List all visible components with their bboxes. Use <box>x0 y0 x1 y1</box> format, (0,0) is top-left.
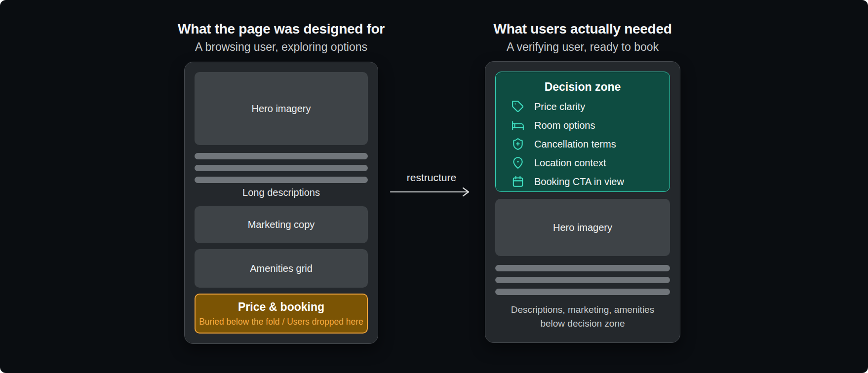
hero-imagery-block: Hero imagery <box>495 199 670 256</box>
skeleton-bar <box>495 265 670 271</box>
price-booking-block: Price & booking Buried below the fold / … <box>195 294 368 334</box>
right-title: What users actually needed <box>470 21 695 37</box>
left-title: What the page was designed for <box>169 21 393 37</box>
skeleton-bar <box>195 165 368 171</box>
decision-item-room-options: Room options <box>512 119 662 132</box>
price-booking-subtitle: Buried below the fold / Users dropped he… <box>199 317 363 327</box>
long-descriptions-label: Long descriptions <box>195 187 368 198</box>
marketing-copy-label: Marketing copy <box>248 219 315 230</box>
right-subtitle: A verifying user, ready to book <box>470 40 695 54</box>
right-arrow-icon <box>390 186 473 198</box>
hero-imagery-label: Hero imagery <box>251 103 311 114</box>
skeleton-bar <box>495 277 670 283</box>
decision-item-label: Cancellation terms <box>534 139 616 150</box>
caption-line: Descriptions, marketing, amenities <box>495 303 670 317</box>
location-pin-icon <box>512 156 524 169</box>
shield-plus-icon <box>512 138 524 150</box>
decision-item-label: Price clarity <box>534 101 585 112</box>
restructure-label: restructure <box>407 172 456 183</box>
amenities-grid-block: Amenities grid <box>195 249 368 288</box>
right-wireframe-card: Decision zone Price clarity <box>485 61 680 343</box>
caption-line: below decision zone <box>495 317 670 331</box>
decision-item-label: Room options <box>534 120 595 131</box>
text-skeleton-group <box>495 265 670 295</box>
bed-icon <box>512 119 524 132</box>
hero-imagery-label: Hero imagery <box>553 222 612 233</box>
tag-icon <box>512 100 524 113</box>
below-fold-caption: Descriptions, marketing, amenities below… <box>495 303 670 330</box>
skeleton-bar <box>195 153 368 159</box>
right-column-header: What users actually needed A verifying u… <box>470 21 695 54</box>
marketing-copy-block: Marketing copy <box>195 206 368 243</box>
skeleton-bar <box>195 177 368 183</box>
decision-item-cancellation: Cancellation terms <box>512 138 662 150</box>
left-column-header: What the page was designed for A browsin… <box>169 21 393 54</box>
hero-imagery-block: Hero imagery <box>195 72 368 145</box>
decision-item-price-clarity: Price clarity <box>512 100 662 113</box>
text-skeleton-group <box>195 153 368 183</box>
calendar-icon <box>512 175 524 188</box>
left-subtitle: A browsing user, exploring options <box>169 40 393 54</box>
decision-item-label: Location context <box>534 157 606 169</box>
amenities-grid-label: Amenities grid <box>250 263 313 274</box>
decision-zone-block: Decision zone Price clarity <box>495 72 670 192</box>
price-booking-title: Price & booking <box>238 300 324 314</box>
decision-zone-items: Price clarity Room options <box>504 100 662 188</box>
restructure-annotation: restructure <box>379 172 484 184</box>
decision-item-booking-cta: Booking CTA in view <box>512 175 662 188</box>
decision-item-label: Booking CTA in view <box>534 176 624 187</box>
decision-zone-title: Decision zone <box>504 80 662 94</box>
skeleton-bar <box>495 289 670 295</box>
comparison-diagram: What the page was designed for A browsin… <box>0 0 868 373</box>
decision-item-location: Location context <box>512 156 662 169</box>
left-wireframe-card: Hero imagery Long descriptions Marketing… <box>184 62 378 344</box>
